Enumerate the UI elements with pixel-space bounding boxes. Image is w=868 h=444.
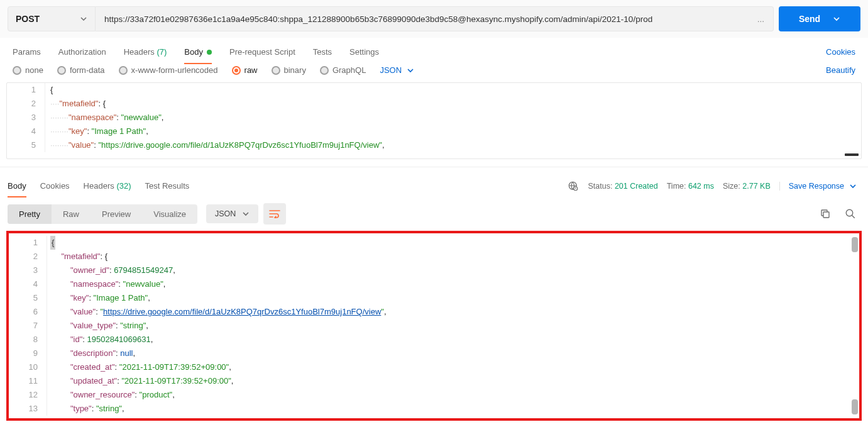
url-ellipsis: ... [754,14,764,24]
resp-tab-cookies[interactable]: Cookies [40,175,70,197]
response-format-select[interactable]: JSON [206,204,258,223]
modified-dot-icon [207,50,212,55]
body-format-select[interactable]: JSON [380,65,414,75]
chevron-down-icon [80,15,87,23]
url-text: https://33a72f01e02987636e1c1a9a4e95c840… [104,14,754,24]
response-body-editor[interactable]: 1{ 2 "metafield": { 3 "owner_id": 679485… [6,231,862,421]
wrap-lines-button[interactable] [263,203,286,225]
seg-preview[interactable]: Preview [91,204,142,224]
radio-graphql[interactable]: GraphQL [320,65,366,75]
scrollbar-thumb[interactable] [852,399,858,414]
tab-prerequest[interactable]: Pre-request Script [229,40,295,64]
send-label: Send [799,14,820,24]
save-response-button[interactable]: Save Response [779,182,857,191]
tab-params[interactable]: Params [13,40,41,64]
wrap-icon [269,209,280,218]
tab-headers[interactable]: Headers (7) [124,40,167,64]
seg-visualize[interactable]: Visualize [142,204,197,224]
editor-minimap-indicator [845,153,859,156]
seg-raw[interactable]: Raw [52,204,91,224]
response-header: Body Cookies Headers (32) Test Results S… [0,167,868,197]
http-method-value: POST [16,14,40,24]
seg-pretty[interactable]: Pretty [8,204,52,224]
scrollbar-thumb[interactable] [852,237,858,252]
chevron-down-icon [833,15,840,23]
chevron-down-icon [407,67,414,74]
request-tabs: Params Authorization Headers (7) Body Pr… [0,38,868,65]
response-viewer-toolbar: Pretty Raw Preview Visualize JSON [0,197,868,231]
tab-tests[interactable]: Tests [313,40,332,64]
radio-binary[interactable]: binary [272,65,306,75]
copy-icon [820,208,831,219]
chevron-down-icon [242,210,250,218]
request-bar: POST https://33a72f01e02987636e1c1a9a4e9… [0,0,868,38]
search-button[interactable] [844,208,857,220]
svg-rect-2 [823,212,829,218]
tab-authorization[interactable]: Authorization [58,40,106,64]
svg-point-3 [846,209,853,216]
resp-tab-headers[interactable]: Headers (32) [84,175,131,197]
body-type-row: none form-data x-www-form-urlencoded raw… [0,65,868,82]
chevron-down-icon [849,182,857,190]
resp-tab-body[interactable]: Body [8,175,26,197]
radio-none[interactable]: none [13,65,43,75]
radio-urlencoded[interactable]: x-www-form-urlencoded [119,65,218,75]
copy-button[interactable] [819,208,832,220]
beautify-link[interactable]: Beautify [826,65,855,75]
radio-form-data[interactable]: form-data [57,65,105,75]
request-body-editor[interactable]: 1{ 2····"metafield": { 3········"namespa… [6,82,862,159]
tab-body[interactable]: Body [184,40,212,64]
radio-raw[interactable]: raw [232,65,258,75]
view-mode-segmented: Pretty Raw Preview Visualize [8,204,197,224]
cookies-link[interactable]: Cookies [826,47,855,57]
tab-settings[interactable]: Settings [349,40,379,64]
send-button[interactable]: Send [779,6,860,31]
network-icon [568,180,579,192]
url-input[interactable]: https://33a72f01e02987636e1c1a9a4e95c840… [96,6,774,31]
response-meta: Status: 201 Created Time: 642 ms Size: 2… [568,180,857,192]
resp-tab-tests[interactable]: Test Results [145,175,190,197]
search-icon [845,208,856,219]
http-method-select[interactable]: POST [8,6,96,31]
